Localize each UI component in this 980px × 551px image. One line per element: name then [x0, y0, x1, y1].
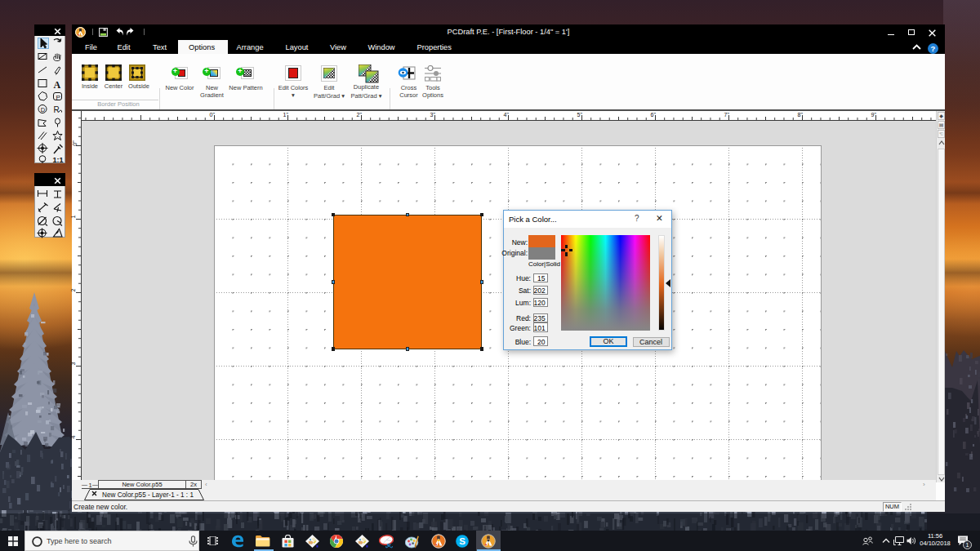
svg-text:S: S: [459, 536, 466, 546]
svg-text:D: D: [41, 106, 46, 113]
svg-text:A: A: [54, 79, 61, 91]
svg-text:New Color.p55 - Layer-1 - 1 :: New Color.p55 - Layer-1 - 1 : 1: [102, 491, 194, 499]
svg-text:P: P: [56, 94, 60, 101]
svg-text:1:1: 1:1: [53, 156, 64, 164]
svg-text:R: R: [54, 105, 60, 114]
